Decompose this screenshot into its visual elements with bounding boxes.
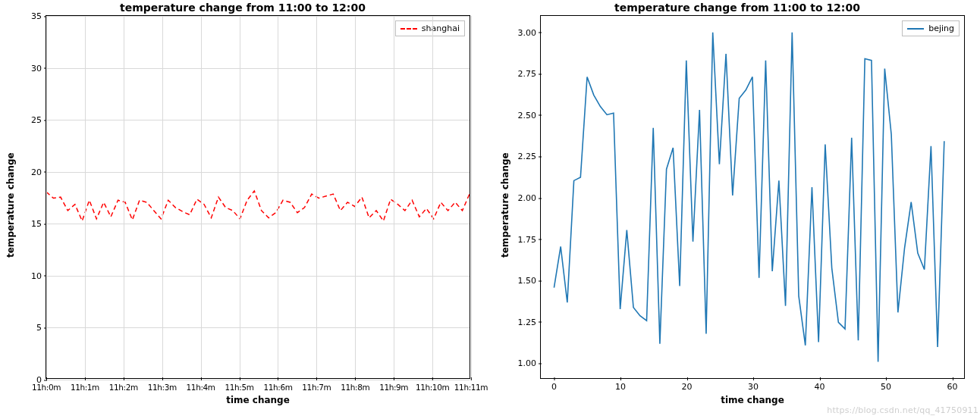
x-tick: 11h:5m <box>225 378 254 392</box>
legend-label: bejing <box>928 23 954 33</box>
x-tick: 40 <box>815 378 825 392</box>
y-tick: 2.75 <box>500 70 541 78</box>
legend-swatch <box>400 28 417 30</box>
y-tick: 3.00 <box>500 28 541 36</box>
x-tick: 11h:7m <box>302 378 331 392</box>
legend: bejing <box>902 20 960 36</box>
legend: shanghai <box>395 20 465 36</box>
x-tick: 11h:3m <box>148 378 177 392</box>
y-tick: 10 <box>5 271 46 280</box>
x-tick: 50 <box>881 378 891 392</box>
legend-label: shanghai <box>422 23 460 33</box>
subplot-bejing: temperature change from 11:00 to 12:00 b… <box>495 0 980 416</box>
y-tick: 1.25 <box>500 317 541 326</box>
x-axis-label: time change <box>46 395 470 405</box>
x-tick: 11h:8m <box>341 378 369 392</box>
axes: bejing time change 1.001.251.501.752.002… <box>540 15 965 379</box>
y-tick: 1.00 <box>500 359 541 368</box>
y-axis-label: temperature change <box>5 152 16 258</box>
x-tick: 11h:6m <box>263 378 292 392</box>
x-tick: 11h:2m <box>109 378 138 392</box>
x-tick: 11h:0m <box>32 378 61 392</box>
y-axis-label: temperature change <box>500 152 510 258</box>
x-tick: 11h:4m <box>187 378 215 392</box>
series-shanghai <box>46 16 470 378</box>
y-tick: 1.50 <box>500 277 541 285</box>
chart-title: temperature change from 11:00 to 12:00 <box>495 2 980 14</box>
series-bejing <box>541 16 964 378</box>
figure: temperature change from 11:00 to 12:00 s… <box>0 0 980 416</box>
y-tick: 5 <box>5 324 46 332</box>
chart-title: temperature change from 11:00 to 12:00 <box>0 2 485 14</box>
x-tick: 11h:1m <box>71 378 99 392</box>
axes: shanghai time change 0510152025303511h:0… <box>46 15 470 379</box>
x-tick: 0 <box>551 378 557 392</box>
x-axis-label: time change <box>541 395 964 405</box>
x-tick: 30 <box>748 378 759 392</box>
x-tick: 11h:10m <box>416 378 449 392</box>
x-tick: 11h:9m <box>379 378 408 392</box>
y-tick: 30 <box>5 64 46 72</box>
y-tick: 35 <box>5 12 46 20</box>
watermark: https://blog.csdn.net/qq_41750911 <box>827 405 978 415</box>
y-tick: 2.50 <box>500 111 541 119</box>
subplot-shanghai: temperature change from 11:00 to 12:00 s… <box>0 0 485 416</box>
y-tick: 25 <box>5 116 46 124</box>
legend-swatch <box>907 28 924 30</box>
x-tick: 60 <box>947 378 958 392</box>
x-tick: 10 <box>615 378 626 392</box>
x-tick: 11h:11m <box>454 378 488 392</box>
x-tick: 20 <box>682 378 693 392</box>
